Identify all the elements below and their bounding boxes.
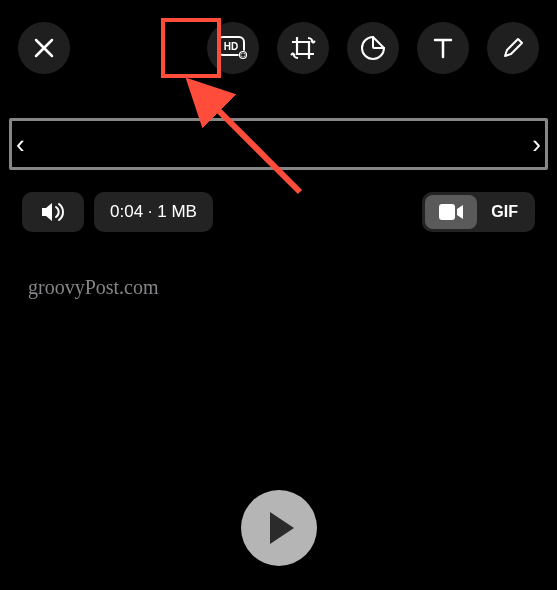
crop-rotate-icon bbox=[289, 34, 317, 62]
format-gif-option[interactable]: GIF bbox=[477, 195, 532, 229]
draw-button[interactable] bbox=[487, 22, 539, 74]
text-icon bbox=[432, 36, 454, 60]
duration-size-label: 0:04 · 1 MB bbox=[94, 192, 213, 232]
sticker-button[interactable] bbox=[347, 22, 399, 74]
format-toggle[interactable]: GIF bbox=[422, 192, 535, 232]
crop-rotate-button[interactable] bbox=[277, 22, 329, 74]
trim-handle-right[interactable]: › bbox=[532, 129, 541, 160]
svg-rect-4 bbox=[439, 204, 455, 220]
sticker-icon bbox=[360, 35, 386, 61]
format-video-option[interactable] bbox=[425, 195, 477, 229]
svg-text:HD: HD bbox=[224, 41, 238, 52]
video-icon bbox=[439, 204, 463, 220]
video-trim-bar[interactable]: ‹ › bbox=[9, 118, 548, 170]
play-icon bbox=[270, 512, 294, 544]
play-button[interactable] bbox=[241, 490, 317, 566]
watermark-text: groovyPost.com bbox=[28, 276, 557, 299]
hd-icon: HD bbox=[217, 36, 249, 60]
sound-toggle-button[interactable] bbox=[22, 192, 84, 232]
hd-quality-button[interactable]: HD bbox=[207, 22, 259, 74]
speaker-icon bbox=[40, 201, 66, 223]
text-button[interactable] bbox=[417, 22, 469, 74]
close-icon bbox=[33, 37, 55, 59]
draw-icon bbox=[501, 36, 525, 60]
close-button[interactable] bbox=[18, 22, 70, 74]
trim-handle-left[interactable]: ‹ bbox=[16, 129, 25, 160]
